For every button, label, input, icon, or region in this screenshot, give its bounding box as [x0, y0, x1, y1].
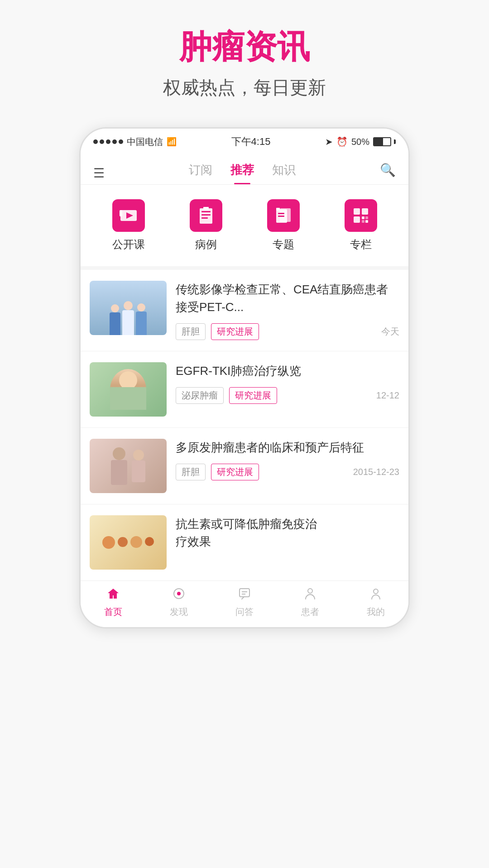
news-title-3: 多原发肿瘤患者的临床和预产后特征	[176, 439, 399, 456]
bottom-bar: 首页 发现 问答	[81, 580, 408, 627]
svg-rect-15	[354, 216, 360, 223]
bottom-tab-mine[interactable]: 我的	[343, 587, 408, 618]
news-item-4[interactable]: 抗生素或可降低肿瘤免疫治疗效果	[81, 504, 408, 580]
status-right: ➤ ⏰ 50%	[325, 136, 396, 147]
cases-icon	[190, 199, 222, 232]
status-time: 下午4:15	[231, 135, 271, 149]
news-meta-1: 肝胆 研究进展 今天	[176, 323, 399, 340]
news-tag-liver: 肝胆	[176, 323, 206, 340]
nav-tabs: 订阅 推荐 知识	[189, 162, 296, 184]
news-date-1: 今天	[381, 326, 399, 338]
category-topics[interactable]: 专题	[267, 199, 300, 252]
news-tag-liver-3: 肝胆	[176, 464, 206, 480]
svg-rect-12	[276, 208, 280, 211]
svg-point-26	[374, 589, 378, 594]
status-left: 中国电信 📶	[93, 136, 177, 148]
page-title: 肿瘤资讯	[163, 27, 326, 66]
category-cases[interactable]: 病例	[190, 199, 222, 252]
mine-label: 我的	[367, 606, 385, 618]
news-content-3: 多原发肿瘤患者的临床和预产后特征 肝胆 研究进展 2015-12-23	[176, 439, 399, 480]
svg-rect-11	[278, 216, 284, 217]
news-thumb-1	[90, 281, 167, 335]
signal-dots	[93, 139, 123, 144]
topics-label: 专题	[273, 237, 294, 252]
page-subtitle: 权威热点，每日更新	[163, 75, 326, 100]
discover-label: 发现	[170, 606, 188, 618]
columns-icon	[345, 199, 377, 232]
page-header: 肿瘤资讯 权威热点，每日更新	[163, 27, 326, 100]
svg-rect-2	[120, 210, 122, 216]
tab-subscribe[interactable]: 订阅	[189, 162, 212, 184]
news-meta-3: 肝胆 研究进展 2015-12-23	[176, 464, 399, 480]
news-thumb-2	[90, 362, 167, 417]
svg-rect-17	[365, 216, 368, 219]
battery-indicator	[373, 137, 396, 146]
patient-label: 患者	[301, 606, 319, 618]
alarm-icon: ⏰	[336, 136, 348, 147]
news-tag-research-2: 研究进展	[229, 387, 277, 404]
patient-icon	[304, 587, 316, 603]
qa-label: 问答	[235, 606, 254, 618]
menu-icon[interactable]: ☰	[93, 166, 105, 181]
home-icon	[107, 587, 120, 603]
svg-rect-3	[200, 208, 212, 224]
tab-recommend[interactable]: 推荐	[230, 162, 254, 184]
news-tag-research-3: 研究进展	[211, 464, 259, 480]
battery-percent: 50%	[351, 137, 369, 147]
news-date-2: 12-12	[376, 390, 399, 401]
discover-icon	[173, 587, 185, 603]
news-list: 传统影像学检查正常、CEA结直肠癌患者接受PET-C... 肝胆 研究进展 今天	[81, 270, 408, 580]
svg-rect-4	[201, 211, 211, 212]
news-item-1[interactable]: 传统影像学检查正常、CEA结直肠癌患者接受PET-C... 肝胆 研究进展 今天	[81, 270, 408, 351]
search-icon[interactable]: 🔍	[380, 163, 396, 184]
bottom-tab-patient[interactable]: 患者	[277, 587, 343, 618]
news-tag-urology: 泌尿肿瘤	[176, 387, 224, 404]
svg-rect-9	[280, 208, 291, 222]
location-icon: ➤	[325, 136, 333, 147]
qa-icon	[238, 587, 251, 603]
svg-rect-22	[240, 589, 249, 597]
category-open-class[interactable]: 公开课	[112, 199, 145, 252]
news-meta-2: 泌尿肿瘤 研究进展 12-12	[176, 387, 399, 404]
category-columns[interactable]: 专栏	[345, 199, 377, 252]
svg-rect-18	[362, 220, 364, 223]
svg-point-25	[308, 589, 312, 593]
phone-frame: 中国电信 📶 下午4:15 ➤ ⏰ 50% ☰ 订阅 推荐 知识 🔍	[79, 127, 410, 628]
news-content-2: EGFR-TKI肺癌治疗纵览 泌尿肿瘤 研究进展 12-12	[176, 362, 399, 404]
open-class-label: 公开课	[112, 237, 145, 252]
open-class-icon	[112, 199, 145, 232]
svg-point-21	[177, 592, 181, 595]
news-title-4: 抗生素或可降低肿瘤免疫治疗效果	[176, 515, 399, 551]
mine-icon	[369, 587, 382, 603]
status-bar: 中国电信 📶 下午4:15 ➤ ⏰ 50%	[81, 129, 408, 155]
news-date-3: 2015-12-23	[353, 467, 399, 477]
bottom-tab-discover[interactable]: 发现	[146, 587, 212, 618]
news-title-2: EGFR-TKI肺癌治疗纵览	[176, 362, 399, 380]
news-thumb-3	[90, 439, 167, 493]
bottom-tab-home[interactable]: 首页	[81, 587, 146, 618]
svg-rect-14	[362, 208, 368, 215]
svg-rect-10	[278, 213, 284, 214]
tab-knowledge[interactable]: 知识	[272, 162, 296, 184]
carrier-label: 中国电信	[127, 136, 163, 148]
news-content-4: 抗生素或可降低肿瘤免疫治疗效果	[176, 515, 399, 558]
bottom-tab-qa[interactable]: 问答	[212, 587, 278, 618]
svg-rect-6	[201, 217, 208, 219]
category-section: 公开课 病例	[81, 185, 408, 270]
svg-rect-7	[203, 207, 209, 210]
news-tag-research: 研究进展	[211, 323, 259, 340]
columns-label: 专栏	[350, 237, 372, 252]
news-thumb-4	[90, 515, 167, 570]
nav-bar: ☰ 订阅 推荐 知识 🔍	[81, 155, 408, 185]
topics-icon	[267, 199, 300, 232]
home-label: 首页	[104, 606, 122, 618]
wifi-icon: 📶	[167, 137, 177, 147]
svg-rect-16	[362, 216, 364, 219]
news-content-1: 传统影像学检查正常、CEA结直肠癌患者接受PET-C... 肝胆 研究进展 今天	[176, 281, 399, 340]
svg-rect-13	[354, 208, 360, 215]
news-item-3[interactable]: 多原发肿瘤患者的临床和预产后特征 肝胆 研究进展 2015-12-23	[81, 428, 408, 504]
news-title-1: 传统影像学检查正常、CEA结直肠癌患者接受PET-C...	[176, 281, 399, 316]
news-item-2[interactable]: EGFR-TKI肺癌治疗纵览 泌尿肿瘤 研究进展 12-12	[81, 351, 408, 428]
svg-rect-19	[365, 220, 368, 223]
svg-rect-5	[201, 214, 211, 216]
